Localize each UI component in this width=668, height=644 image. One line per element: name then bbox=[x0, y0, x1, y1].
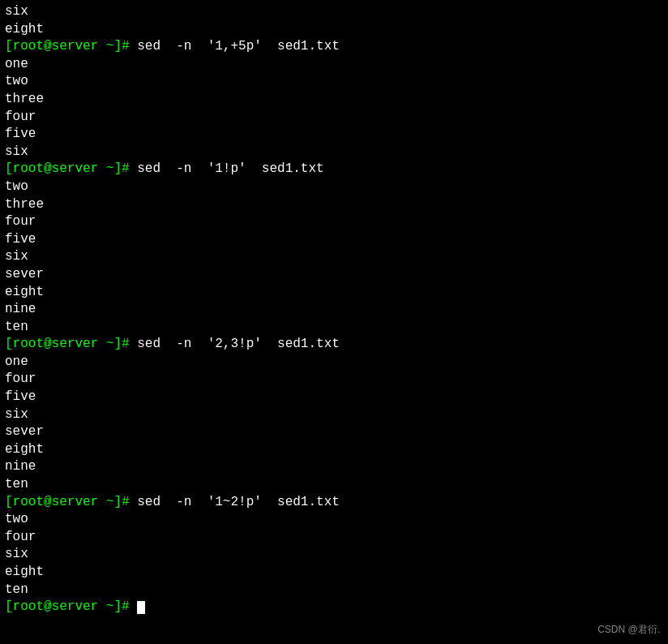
terminal-line: two bbox=[5, 178, 663, 196]
terminal-content: sixeight[root@server ~]# sed -n '1,+5p' … bbox=[5, 3, 663, 616]
terminal-line: eight bbox=[5, 441, 663, 459]
terminal-line: six bbox=[5, 546, 663, 564]
output-text: six bbox=[5, 249, 28, 264]
cursor bbox=[137, 601, 145, 614]
terminal-line: four bbox=[5, 213, 663, 231]
output-text: four bbox=[5, 214, 36, 229]
prompt-text: [root@server ~]# bbox=[5, 161, 130, 176]
terminal-line: three bbox=[5, 91, 663, 109]
prompt-text: [root@server ~]# bbox=[5, 599, 130, 614]
output-text: five bbox=[5, 389, 36, 404]
terminal-line: five bbox=[5, 231, 663, 249]
output-text: three bbox=[5, 92, 44, 106]
terminal-line: eight bbox=[5, 564, 663, 582]
command-text: sed -n '1~2!p' sed1.txt bbox=[130, 495, 340, 509]
terminal-line: ten bbox=[5, 319, 663, 337]
output-text: ten bbox=[5, 582, 28, 597]
output-text: five bbox=[5, 232, 36, 247]
terminal-line: five bbox=[5, 389, 663, 406]
output-text: eight bbox=[5, 285, 44, 299]
output-text: four bbox=[5, 109, 36, 124]
output-text: four bbox=[5, 530, 36, 544]
command-text: sed -n '1,+5p' sed1.txt bbox=[130, 39, 340, 54]
terminal-line: [root@server ~]# bbox=[5, 599, 663, 616]
terminal-line: eight bbox=[5, 284, 663, 302]
terminal-line: four bbox=[5, 529, 663, 547]
command-input[interactable] bbox=[130, 599, 138, 614]
output-text: eight bbox=[5, 22, 44, 36]
terminal-line: two bbox=[5, 73, 663, 91]
terminal-line: [root@server ~]# sed -n '1~2!p' sed1.txt bbox=[5, 494, 663, 512]
output-text: three bbox=[5, 197, 44, 212]
terminal: sixeight[root@server ~]# sed -n '1,+5p' … bbox=[0, 0, 668, 644]
terminal-line: eight bbox=[5, 21, 663, 39]
command-text: sed -n '2,3!p' sed1.txt bbox=[130, 337, 340, 351]
terminal-line: five bbox=[5, 126, 663, 144]
terminal-line: ten bbox=[5, 476, 663, 494]
output-text: eight bbox=[5, 565, 44, 579]
terminal-line: [root@server ~]# sed -n '1!p' sed1.txt bbox=[5, 161, 663, 178]
command-text: sed -n '1!p' sed1.txt bbox=[130, 161, 324, 176]
output-text: two bbox=[5, 512, 28, 526]
terminal-line: sever bbox=[5, 423, 663, 441]
terminal-line: four bbox=[5, 371, 663, 389]
output-text: six bbox=[5, 4, 28, 19]
terminal-line: sever bbox=[5, 266, 663, 284]
output-text: two bbox=[5, 179, 28, 194]
terminal-line: [root@server ~]# sed -n '1,+5p' sed1.txt bbox=[5, 38, 663, 56]
terminal-line: ten bbox=[5, 582, 663, 599]
output-text: five bbox=[5, 127, 36, 141]
prompt-text: [root@server ~]# bbox=[5, 337, 130, 351]
output-text: sever bbox=[5, 424, 44, 439]
terminal-line: one bbox=[5, 56, 663, 74]
output-text: eight bbox=[5, 442, 44, 457]
output-text: ten bbox=[5, 320, 28, 334]
output-text: ten bbox=[5, 477, 28, 492]
terminal-line: six bbox=[5, 3, 663, 21]
terminal-line: six bbox=[5, 144, 663, 161]
terminal-line: six bbox=[5, 248, 663, 266]
terminal-line: one bbox=[5, 354, 663, 371]
prompt-text: [root@server ~]# bbox=[5, 495, 130, 509]
output-text: one bbox=[5, 354, 28, 369]
output-text: nine bbox=[5, 302, 36, 316]
output-text: six bbox=[5, 407, 28, 422]
terminal-line: four bbox=[5, 109, 663, 127]
output-text: two bbox=[5, 74, 28, 88]
terminal-line: three bbox=[5, 196, 663, 214]
watermark: CSDN @君衍. bbox=[597, 623, 660, 636]
output-text: one bbox=[5, 57, 28, 71]
output-text: sever bbox=[5, 267, 44, 281]
terminal-line: nine bbox=[5, 301, 663, 319]
output-text: six bbox=[5, 547, 28, 561]
terminal-line: two bbox=[5, 511, 663, 529]
terminal-line: [root@server ~]# sed -n '2,3!p' sed1.txt bbox=[5, 336, 663, 354]
terminal-line: six bbox=[5, 406, 663, 424]
terminal-line: nine bbox=[5, 458, 663, 476]
prompt-text: [root@server ~]# bbox=[5, 39, 130, 54]
output-text: nine bbox=[5, 459, 36, 474]
output-text: six bbox=[5, 144, 28, 159]
output-text: four bbox=[5, 371, 36, 386]
